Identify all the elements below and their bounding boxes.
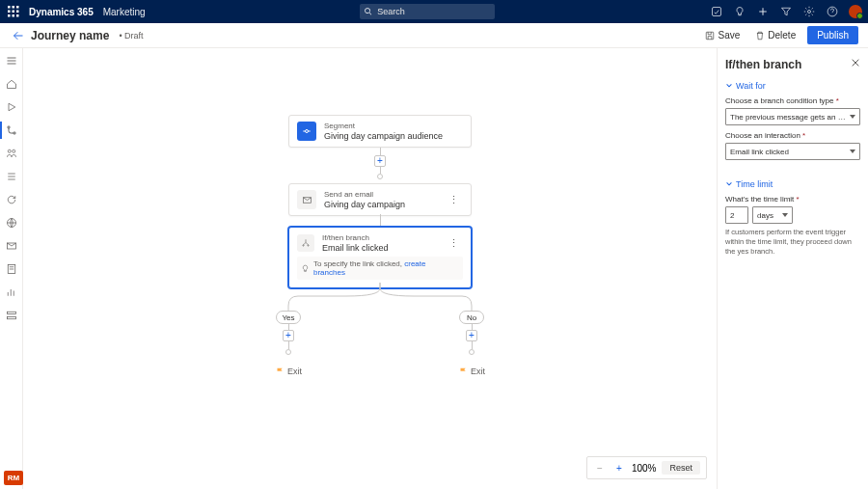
hamburger-icon[interactable] [5, 54, 18, 68]
chart-icon[interactable] [5, 285, 18, 299]
connector-line [380, 148, 381, 155]
list-icon[interactable] [5, 170, 18, 183]
add-step-button[interactable]: + [466, 330, 477, 341]
mail-icon[interactable] [5, 239, 18, 253]
svg-point-13 [7, 126, 9, 128]
flag-icon [459, 367, 468, 376]
svg-rect-0 [8, 6, 11, 9]
segment-icon [297, 122, 316, 141]
svg-rect-2 [16, 6, 19, 9]
svg-rect-6 [8, 14, 11, 17]
connector-dot [377, 174, 383, 179]
node-type-label: Send an email [324, 190, 405, 200]
back-button[interactable] [10, 27, 27, 44]
svg-point-16 [12, 149, 14, 152]
section-time-limit[interactable]: Time limit [725, 179, 860, 189]
node-type-label: Segment [324, 122, 443, 131]
search-box[interactable] [360, 4, 495, 19]
zoom-out-button[interactable]: − [593, 461, 607, 475]
gear-icon[interactable] [802, 5, 816, 18]
node-send-email[interactable]: Send an email Giving day campaign ⋮ [288, 183, 472, 216]
trash-icon [755, 31, 765, 41]
exit-marker: Exit [276, 367, 302, 376]
lightbulb-icon[interactable] [733, 5, 746, 18]
add-step-button[interactable]: + [374, 155, 386, 167]
svg-rect-21 [7, 317, 15, 319]
time-value-input[interactable]: 2 [725, 206, 748, 224]
publish-button[interactable]: Publish [807, 26, 858, 44]
globe-icon[interactable] [5, 216, 18, 230]
filter-icon[interactable] [779, 5, 793, 18]
flag-icon [276, 367, 285, 376]
play-icon[interactable] [5, 100, 18, 114]
properties-panel: If/then branch Wait for Choose a branch … [717, 48, 868, 489]
data-icon[interactable] [5, 309, 18, 322]
refresh-icon[interactable] [5, 193, 18, 206]
zoom-reset-button[interactable]: Reset [662, 461, 700, 475]
assistant-icon[interactable] [710, 5, 723, 18]
save-icon [705, 31, 715, 41]
journey-canvas[interactable]: Segment Giving day campaign audience + S… [23, 48, 717, 489]
save-label: Save [718, 30, 740, 41]
home-icon[interactable] [5, 77, 18, 91]
branch-icon [297, 234, 314, 252]
svg-rect-3 [8, 11, 11, 14]
zoom-value: 100% [632, 463, 657, 474]
interaction-select[interactable]: Email link clicked [725, 143, 860, 160]
save-button[interactable]: Save [701, 27, 744, 43]
lightbulb-icon [301, 264, 310, 273]
svg-point-14 [13, 132, 14, 134]
node-segment[interactable]: Segment Giving day campaign audience [288, 115, 472, 148]
svg-rect-4 [13, 11, 15, 14]
journeys-icon[interactable] [5, 123, 18, 137]
app-launcher-icon[interactable] [6, 4, 21, 19]
branch-connector [288, 283, 481, 312]
svg-point-25 [308, 245, 309, 246]
corner-badge: RM [4, 471, 23, 485]
add-icon[interactable] [756, 5, 770, 18]
node-title: Email link clicked [322, 243, 389, 254]
node-hint: To specify the link clicked, create bran… [297, 257, 463, 280]
time-unit-select[interactable]: days [752, 206, 793, 224]
segments-icon[interactable] [5, 147, 18, 160]
svg-rect-20 [7, 312, 15, 313]
template-icon[interactable] [5, 262, 18, 276]
no-pill[interactable]: No [459, 311, 484, 324]
zoom-in-button[interactable]: + [612, 461, 626, 475]
yes-pill[interactable]: Yes [276, 311, 301, 324]
node-menu-button[interactable]: ⋮ [445, 194, 463, 206]
search-input[interactable] [377, 7, 491, 16]
search-icon [364, 7, 373, 16]
node-menu-button[interactable]: ⋮ [445, 237, 463, 250]
node-if-then-branch[interactable]: If/then branch Email link clicked ⋮ To s… [288, 227, 472, 288]
connector-line [380, 214, 381, 227]
user-avatar[interactable] [849, 5, 862, 18]
svg-point-24 [303, 245, 304, 246]
help-icon[interactable] [826, 5, 839, 18]
delete-label: Delete [768, 30, 796, 41]
close-panel-button[interactable] [851, 58, 860, 69]
chevron-down-icon [725, 180, 733, 188]
left-nav-rail [0, 48, 23, 489]
connector-line [380, 167, 381, 174]
zoom-control: − + 100% Reset [586, 456, 707, 479]
delete-button[interactable]: Delete [751, 27, 800, 43]
section-wait-for[interactable]: Wait for [725, 81, 860, 91]
node-title: Giving day campaign [324, 200, 405, 210]
svg-point-15 [8, 149, 11, 152]
field-label: What's the time limit * [725, 195, 860, 204]
field-label: Choose a branch condition type * [725, 96, 860, 105]
svg-rect-1 [13, 6, 15, 9]
svg-point-22 [306, 130, 309, 133]
node-type-label: If/then branch [322, 233, 389, 243]
condition-type-select[interactable]: The previous message gets an interaction [725, 108, 860, 125]
svg-rect-8 [16, 14, 19, 17]
svg-rect-7 [13, 14, 15, 17]
exit-marker: Exit [459, 367, 485, 376]
add-step-button[interactable]: + [283, 330, 294, 341]
product-name: Dynamics 365 [29, 7, 94, 17]
connector-dot [285, 349, 291, 355]
chevron-down-icon [725, 82, 733, 90]
field-label: Choose an interaction * [725, 131, 860, 140]
envelope-icon [297, 190, 316, 209]
